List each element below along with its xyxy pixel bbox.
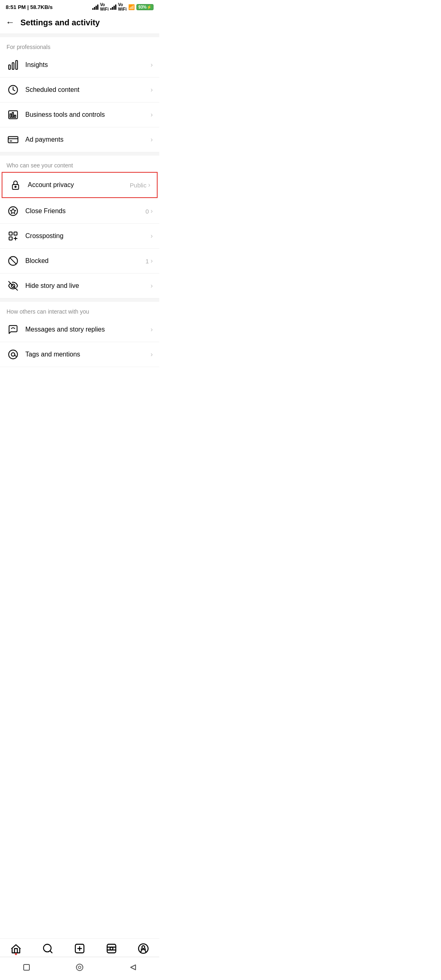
ad-payments-label: Ad payments bbox=[25, 136, 151, 143]
battery-indicator: 93% ⚡ bbox=[136, 4, 154, 10]
svg-rect-15 bbox=[9, 232, 12, 235]
tags-mentions-label: Tags and mentions bbox=[25, 351, 151, 358]
svg-marker-14 bbox=[11, 209, 16, 214]
chevron-icon: › bbox=[148, 181, 150, 189]
section-how-others-interact: How others can interact with you Message… bbox=[0, 302, 159, 367]
app-header: ← Settings and activity bbox=[0, 13, 159, 34]
wifi-icon: 📶 bbox=[128, 4, 135, 10]
menu-item-business-tools[interactable]: Business tools and controls › bbox=[0, 102, 159, 127]
menu-item-blocked[interactable]: Blocked 1 › bbox=[0, 249, 159, 274]
star-circle-icon bbox=[7, 205, 20, 218]
blocked-label: Blocked bbox=[25, 257, 145, 265]
card-icon bbox=[7, 133, 20, 146]
story-hide-icon bbox=[7, 279, 20, 292]
svg-rect-8 bbox=[8, 136, 18, 143]
at-sign-icon bbox=[7, 348, 20, 361]
lock-icon bbox=[9, 178, 22, 192]
svg-rect-0 bbox=[9, 65, 10, 69]
blocked-value: 1 bbox=[145, 258, 149, 265]
page-title: Settings and activity bbox=[20, 18, 100, 27]
svg-rect-17 bbox=[9, 237, 12, 240]
bar-chart-icon bbox=[7, 58, 20, 71]
account-privacy-value: Public bbox=[130, 182, 147, 189]
chevron-icon: › bbox=[151, 86, 153, 94]
svg-point-24 bbox=[9, 350, 18, 359]
menu-item-ad-payments[interactable]: Ad payments › bbox=[0, 127, 159, 152]
chevron-icon: › bbox=[151, 232, 153, 240]
signal-icon bbox=[92, 4, 98, 10]
chevron-icon: › bbox=[151, 351, 153, 358]
chevron-icon: › bbox=[151, 136, 153, 143]
crossposting-label: Crossposting bbox=[25, 232, 151, 240]
vo-wifi-label: VoWiFi bbox=[100, 2, 109, 11]
chevron-icon: › bbox=[151, 61, 153, 69]
menu-item-hide-story[interactable]: Hide story and live › bbox=[0, 274, 159, 298]
menu-item-insights[interactable]: Insights › bbox=[0, 53, 159, 78]
menu-item-account-privacy[interactable]: Account privacy Public › bbox=[2, 172, 158, 198]
chevron-icon: › bbox=[151, 111, 153, 118]
business-chart-icon bbox=[7, 108, 20, 121]
menu-item-crossposting[interactable]: Crossposting › bbox=[0, 224, 159, 249]
menu-item-tags-mentions[interactable]: Tags and mentions › bbox=[0, 342, 159, 367]
svg-point-12 bbox=[15, 186, 16, 187]
close-friends-value: 0 bbox=[145, 208, 149, 215]
svg-rect-5 bbox=[10, 114, 11, 118]
chevron-icon: › bbox=[151, 282, 153, 290]
vo-wifi-label-2: VoWiFi bbox=[118, 2, 127, 11]
section-divider-3 bbox=[0, 298, 159, 302]
status-icons: VoWiFi VoWiFi 📶 93% ⚡ bbox=[92, 2, 154, 11]
grid-plus-icon bbox=[7, 229, 20, 243]
messenger-icon bbox=[7, 323, 20, 336]
section-divider-2 bbox=[0, 152, 159, 156]
account-privacy-label: Account privacy bbox=[28, 181, 130, 189]
status-time: 8:51 PM | 58.7KB/s bbox=[6, 4, 53, 10]
section-label-professionals: For professionals bbox=[0, 37, 159, 53]
scheduled-content-label: Scheduled content bbox=[25, 86, 151, 94]
svg-point-25 bbox=[11, 353, 15, 356]
status-bar: 8:51 PM | 58.7KB/s VoWiFi VoWiFi 📶 93% ⚡ bbox=[0, 0, 159, 13]
section-divider-top bbox=[0, 34, 159, 37]
section-for-professionals: For professionals Insights › Scheduled c… bbox=[0, 37, 159, 152]
circle-slash-icon bbox=[7, 254, 20, 267]
messages-label: Messages and story replies bbox=[25, 326, 151, 333]
svg-rect-6 bbox=[12, 113, 13, 118]
hide-story-label: Hide story and live bbox=[25, 282, 151, 290]
close-friends-label: Close Friends bbox=[25, 207, 145, 215]
business-tools-label: Business tools and controls bbox=[25, 111, 151, 118]
svg-rect-1 bbox=[12, 63, 14, 69]
section-who-can-see: Who can see your content Account privacy… bbox=[0, 156, 159, 298]
menu-item-scheduled-content[interactable]: Scheduled content › bbox=[0, 78, 159, 102]
svg-rect-2 bbox=[16, 60, 18, 69]
clock-icon bbox=[7, 83, 20, 96]
svg-rect-7 bbox=[14, 115, 16, 117]
insights-label: Insights bbox=[25, 61, 151, 69]
chevron-icon: › bbox=[151, 257, 153, 265]
menu-item-messages[interactable]: Messages and story replies › bbox=[0, 317, 159, 342]
svg-point-13 bbox=[9, 207, 18, 216]
chevron-icon: › bbox=[151, 326, 153, 333]
signal-icon-2 bbox=[110, 4, 116, 10]
lightning-icon: ⚡ bbox=[147, 5, 151, 9]
section-label-who-can-see: Who can see your content bbox=[0, 156, 159, 171]
menu-item-close-friends[interactable]: Close Friends 0 › bbox=[0, 199, 159, 224]
chevron-icon: › bbox=[151, 207, 153, 215]
svg-line-21 bbox=[10, 258, 16, 264]
svg-rect-16 bbox=[14, 232, 17, 235]
section-label-interact: How others can interact with you bbox=[0, 302, 159, 317]
back-button[interactable]: ← bbox=[6, 17, 15, 28]
